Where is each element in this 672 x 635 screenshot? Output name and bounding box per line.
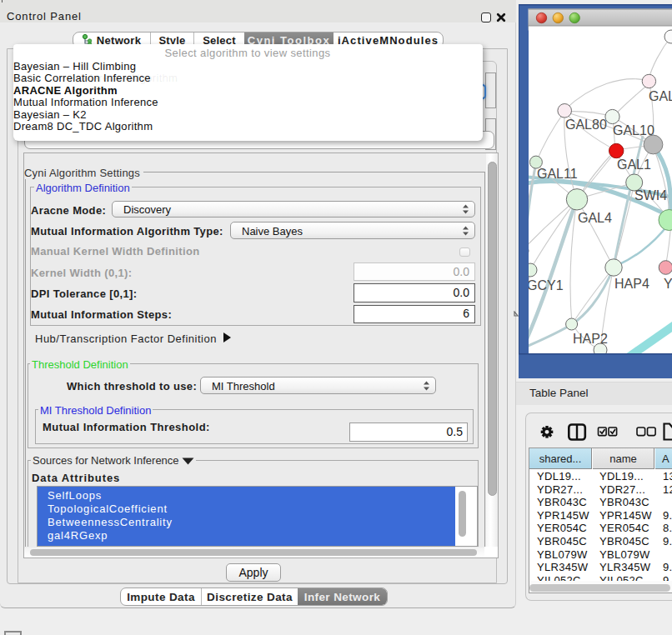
- svg-text:SWI4: SWI4: [634, 188, 667, 202]
- svg-text:GAL10: GAL10: [613, 123, 654, 138]
- svg-text:GAL4: GAL4: [578, 211, 612, 225]
- svg-text:Y: Y: [664, 277, 672, 291]
- svg-text:GAL7: GAL7: [649, 89, 672, 103]
- svg-text:GCY1: GCY1: [527, 278, 564, 292]
- svg-text:GAL11: GAL11: [537, 167, 578, 181]
- svg-text:GAL80: GAL80: [565, 118, 607, 132]
- svg-text:GAL1: GAL1: [617, 158, 651, 172]
- svg-text:HAP4: HAP4: [614, 277, 649, 291]
- svg-text:HAP2: HAP2: [573, 332, 608, 346]
